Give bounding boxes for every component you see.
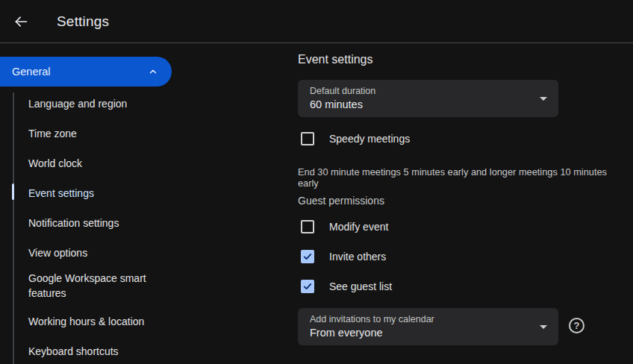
speedy-meetings-label[interactable]: Speedy meetings <box>329 133 410 145</box>
default-duration-label: Default duration <box>310 86 375 96</box>
sidebar-item-keyboard-shortcuts[interactable]: Keyboard shortcuts <box>28 344 166 359</box>
modify-event-label[interactable]: Modify event <box>329 221 388 233</box>
invite-others-label[interactable]: Invite others <box>329 251 386 263</box>
default-duration-select[interactable]: Default duration 60 minutes <box>298 80 558 117</box>
modify-event-checkbox[interactable] <box>301 220 314 233</box>
sidebar-section-general[interactable]: General <box>0 57 172 87</box>
sidebar-item-view-options[interactable]: View options <box>28 245 166 260</box>
invite-others-checkbox[interactable] <box>301 250 314 263</box>
settings-page: Settings General Language and region Tim… <box>0 0 633 364</box>
sidebar-item-working-hours-location[interactable]: Working hours & location <box>28 314 166 329</box>
see-guest-list-label[interactable]: See guest list <box>329 280 392 292</box>
checkmark-icon <box>302 281 313 292</box>
sidebar-tree-line <box>13 92 14 364</box>
page-title: Settings <box>57 0 109 43</box>
settings-sidebar: General Language and region Time zone Wo… <box>0 43 276 364</box>
default-duration-value: 60 minutes <box>310 98 363 110</box>
speedy-meetings-row: Speedy meetings <box>301 132 410 145</box>
invite-others-row: Invite others <box>301 250 386 263</box>
event-settings-panel: Event settings Default duration 60 minut… <box>297 43 633 364</box>
sidebar-item-world-clock[interactable]: World clock <box>28 156 166 171</box>
speedy-meetings-checkbox[interactable] <box>301 132 314 145</box>
sidebar-item-notification-settings[interactable]: Notification settings <box>28 216 166 230</box>
active-item-indicator <box>12 183 14 200</box>
chevron-up-icon <box>148 66 158 77</box>
back-button[interactable] <box>9 10 33 34</box>
help-icon[interactable]: ? <box>569 318 584 333</box>
dropdown-arrow-icon <box>540 325 547 329</box>
add-invitations-value: From everyone <box>310 327 383 339</box>
header-bar: Settings <box>0 0 633 43</box>
sidebar-item-time-zone[interactable]: Time zone <box>28 126 166 141</box>
arrow-left-icon <box>13 14 28 29</box>
add-invitations-label: Add invitations to my calendar <box>310 314 434 324</box>
guest-permissions-heading: Guest permissions <box>298 195 384 207</box>
add-invitations-select[interactable]: Add invitations to my calendar From ever… <box>298 308 558 345</box>
checkmark-icon <box>302 251 313 262</box>
speedy-meetings-description: End 30 minute meetings 5 minutes early a… <box>298 166 626 189</box>
sidebar-item-google-workspace-smart-features[interactable]: Google Workspace smart features <box>28 271 166 301</box>
sidebar-item-language-and-region[interactable]: Language and region <box>28 96 166 111</box>
section-heading: Event settings <box>298 53 373 66</box>
modify-event-row: Modify event <box>301 220 388 233</box>
dropdown-arrow-icon <box>540 97 547 101</box>
see-guest-list-row: See guest list <box>301 280 392 293</box>
see-guest-list-checkbox[interactable] <box>301 280 314 293</box>
sidebar-section-label: General <box>12 66 148 78</box>
sidebar-item-event-settings[interactable]: Event settings <box>28 186 166 201</box>
